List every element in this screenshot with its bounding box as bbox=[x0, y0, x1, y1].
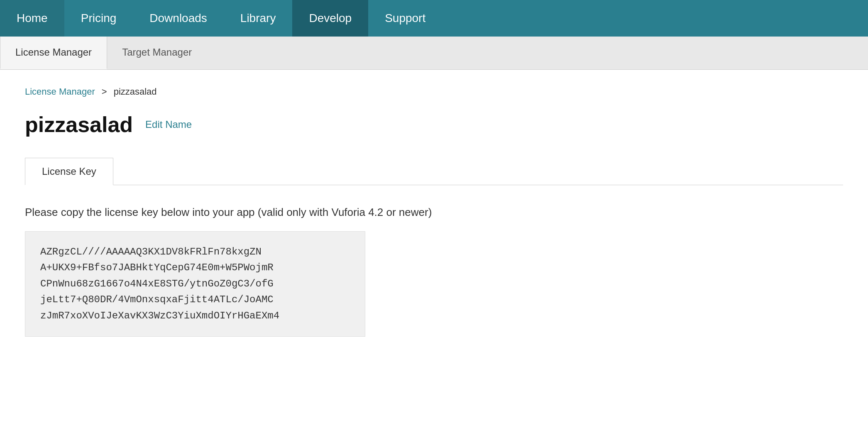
breadcrumb: License Manager > pizzasalad bbox=[25, 86, 843, 97]
nav-item-home[interactable]: Home bbox=[0, 0, 64, 37]
tabs: License Key bbox=[25, 158, 843, 185]
main-content: License Manager > pizzasalad pizzasalad … bbox=[0, 70, 868, 353]
license-key-box: AZRgzCL////AAAAAQ3KX1DV8kFRlFn78kxgZN A+… bbox=[25, 231, 365, 337]
breadcrumb-current: pizzasalad bbox=[114, 86, 157, 97]
license-key-line-1: AZRgzCL////AAAAAQ3KX1DV8kFRlFn78kxgZN bbox=[40, 246, 262, 257]
breadcrumb-license-manager-link[interactable]: License Manager bbox=[25, 86, 95, 97]
license-description: Please copy the license key below into y… bbox=[25, 206, 843, 219]
subnav-item-license-manager[interactable]: License Manager bbox=[0, 37, 107, 69]
nav-item-develop[interactable]: Develop bbox=[292, 0, 368, 37]
license-key-line-3: CPnWnu68zG1667o4N4xE8STG/ytnGoZ0gC3/ofG bbox=[40, 278, 274, 289]
nav-item-support[interactable]: Support bbox=[368, 0, 442, 37]
breadcrumb-separator: > bbox=[102, 86, 107, 97]
license-key-line-4: jeLtt7+Q80DR/4VmOnxsqxaFjitt4ATLc/JoAMC bbox=[40, 294, 274, 305]
license-key-line-2: A+UKX9+FBfso7JABHktYqCepG74E0m+W5PWojmR bbox=[40, 262, 274, 273]
nav-item-library[interactable]: Library bbox=[224, 0, 293, 37]
nav-item-downloads[interactable]: Downloads bbox=[133, 0, 224, 37]
license-key-line-5: zJmR7xoXVoIJeXavKX3WzC3YiuXmdOIYrHGaEXm4 bbox=[40, 310, 279, 321]
top-nav: Home Pricing Downloads Library Develop S… bbox=[0, 0, 868, 37]
subnav-item-target-manager[interactable]: Target Manager bbox=[107, 37, 207, 69]
sub-nav: License Manager Target Manager bbox=[0, 37, 868, 70]
page-title: pizzasalad bbox=[25, 112, 133, 137]
tab-license-key[interactable]: License Key bbox=[25, 158, 113, 185]
nav-item-pricing[interactable]: Pricing bbox=[64, 0, 133, 37]
edit-name-link[interactable]: Edit Name bbox=[145, 119, 192, 130]
page-title-row: pizzasalad Edit Name bbox=[25, 112, 843, 137]
